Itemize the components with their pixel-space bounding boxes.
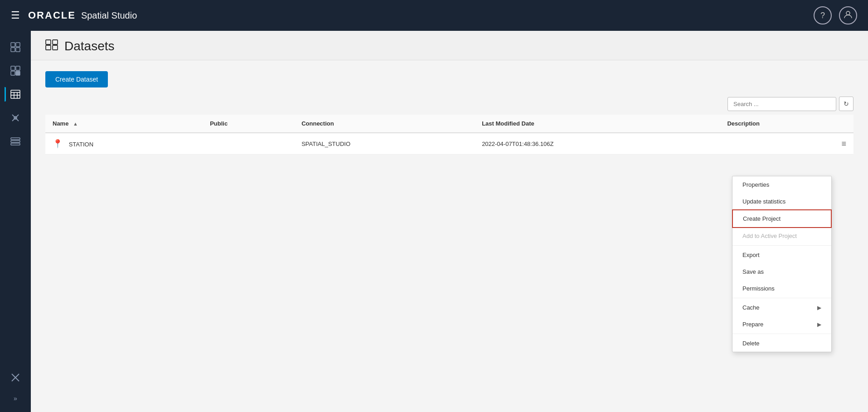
location-icon: 📍: [53, 139, 63, 148]
sort-icon-name: ▲: [73, 121, 78, 126]
table-row[interactable]: 📍 STATION SPATIAL_STUDIO 2022-04-07T01:4…: [45, 133, 853, 155]
sidebar-collapse-button[interactable]: »: [5, 390, 26, 407]
svg-rect-18: [11, 141, 20, 142]
main-layout: » Datasets Create Dataset ↻: [0, 31, 868, 412]
menu-item-prepare[interactable]: Prepare ▶: [732, 316, 831, 333]
app-logo: ORACLE Spatial Studio: [28, 10, 137, 21]
row-connection-cell: SPATIAL_STUDIO: [294, 133, 475, 155]
svg-rect-7: [11, 71, 15, 75]
col-header-description: Description: [720, 115, 853, 133]
row-icon-cell: 📍 STATION: [45, 133, 203, 155]
svg-rect-1: [11, 43, 15, 47]
prepare-submenu-arrow: ▶: [817, 321, 821, 328]
datasets-page-icon: [45, 39, 58, 53]
user-button[interactable]: [839, 6, 857, 24]
sidebar-item-datasets[interactable]: [5, 36, 26, 58]
sidebar-item-connections[interactable]: [5, 131, 26, 152]
menu-item-add-to-active: Add to Active Project: [732, 228, 831, 244]
sidebar-item-settings[interactable]: [5, 367, 26, 388]
menu-item-create-project[interactable]: Create Project: [732, 209, 832, 228]
create-dataset-button[interactable]: Create Dataset: [45, 71, 108, 87]
logo-spatial: Spatial Studio: [81, 10, 137, 21]
menu-item-save-as[interactable]: Save as: [732, 263, 831, 280]
col-header-last-modified: Last Modified Date: [475, 115, 720, 133]
row-description-cell: ≡: [720, 133, 853, 155]
table-header-row: Name ▲ Public Connection Last Modified D…: [45, 115, 853, 133]
context-menu-divider-2: [732, 298, 831, 298]
col-header-name[interactable]: Name ▲: [45, 115, 203, 133]
row-menu-icon[interactable]: ≡: [841, 139, 846, 149]
menu-item-export[interactable]: Export: [732, 247, 831, 263]
datasets-table: Name ▲ Public Connection Last Modified D…: [45, 115, 853, 155]
cache-submenu-arrow: ▶: [817, 305, 821, 311]
svg-rect-25: [53, 45, 58, 50]
menu-item-cache[interactable]: Cache ▶: [732, 299, 831, 316]
hamburger-menu[interactable]: ☰: [11, 10, 20, 21]
svg-rect-6: [16, 66, 20, 70]
topnav-actions: ?: [814, 6, 857, 24]
svg-rect-5: [11, 66, 15, 70]
context-menu-divider-3: [732, 334, 831, 334]
svg-rect-9: [11, 90, 20, 98]
svg-point-0: [846, 11, 850, 15]
search-bar: ↻: [45, 97, 853, 111]
svg-rect-19: [11, 143, 20, 145]
sidebar-item-table[interactable]: [5, 83, 26, 105]
context-menu: Properties Update statistics Create Proj…: [732, 176, 832, 352]
help-button[interactable]: ?: [814, 6, 832, 24]
svg-rect-17: [11, 138, 20, 140]
svg-rect-23: [53, 40, 58, 44]
page-title: Datasets: [64, 39, 115, 53]
search-input[interactable]: [727, 97, 836, 111]
topnav: ☰ ORACLE Spatial Studio ?: [0, 0, 868, 31]
user-icon: [844, 10, 853, 21]
sidebar-item-projects[interactable]: [5, 60, 26, 82]
svg-rect-3: [11, 48, 15, 52]
search-refresh-button[interactable]: ↻: [839, 97, 853, 111]
refresh-icon: ↻: [844, 100, 849, 107]
svg-rect-22: [46, 40, 51, 44]
col-header-connection: Connection: [294, 115, 475, 133]
page-body: Create Dataset ↻ Name ▲ P: [31, 60, 868, 165]
content-area: Datasets Create Dataset ↻ Name ▲: [31, 31, 868, 412]
menu-item-properties[interactable]: Properties: [732, 176, 831, 193]
menu-item-delete[interactable]: Delete: [732, 335, 831, 352]
collapse-icon: »: [14, 395, 17, 402]
row-last-modified-cell: 2022-04-07T01:48:36.106Z: [475, 133, 720, 155]
svg-rect-4: [16, 48, 20, 52]
page-header: Datasets: [31, 31, 868, 60]
sidebar: »: [0, 31, 31, 412]
svg-rect-2: [16, 43, 20, 47]
menu-item-permissions[interactable]: Permissions: [732, 280, 831, 297]
context-menu-divider-1: [732, 245, 831, 246]
svg-rect-8: [16, 71, 20, 75]
logo-oracle: ORACLE: [28, 10, 76, 21]
row-public-cell: [203, 133, 294, 155]
help-icon: ?: [820, 11, 825, 20]
menu-item-update-statistics[interactable]: Update statistics: [732, 193, 831, 210]
col-header-public: Public: [203, 115, 294, 133]
svg-rect-24: [46, 45, 51, 50]
sidebar-item-analysis[interactable]: [5, 107, 26, 129]
